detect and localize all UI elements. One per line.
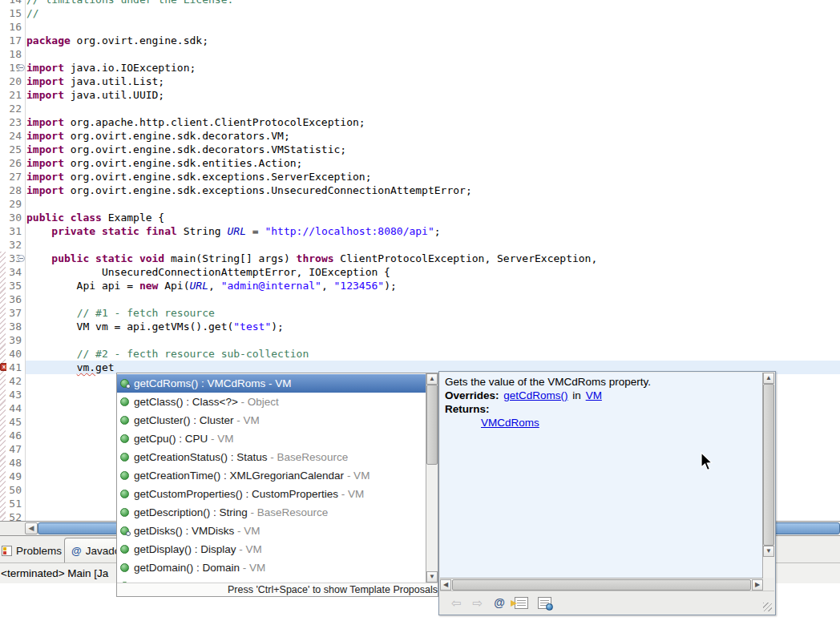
fold-collapse-icon[interactable] bbox=[18, 255, 25, 262]
method-signature: getDomain() : Domain bbox=[134, 562, 240, 574]
completion-item[interactable]: getCpu() : CPU - VM bbox=[117, 429, 426, 448]
line-number: 20 bbox=[9, 75, 22, 88]
declaring-type: - Object bbox=[238, 396, 279, 408]
public-method-icon bbox=[120, 434, 129, 443]
javadoc-content: Gets the value of the VMCdRoms property.… bbox=[440, 373, 762, 578]
scrollbar-thumb[interactable] bbox=[452, 579, 751, 591]
code-line[interactable]: // bbox=[26, 6, 39, 20]
line-number: 44 bbox=[9, 401, 22, 415]
line-number: 39 bbox=[9, 333, 22, 347]
completion-item[interactable]: getCustomProperties() : CustomProperties… bbox=[117, 485, 426, 503]
open-in-browser-button[interactable] bbox=[538, 597, 551, 609]
scrollbar-thumb[interactable] bbox=[763, 384, 774, 546]
completion-list[interactable]: getCdRoms() : VMCdRoms - VMgetClass() : … bbox=[117, 373, 426, 583]
fold-collapse-icon[interactable] bbox=[18, 64, 25, 71]
javadoc-hover-panel: Gets the value of the VMCdRoms property.… bbox=[438, 371, 776, 615]
scroll-down-button[interactable]: ▼ bbox=[426, 571, 438, 583]
code-line[interactable]: import org.ovirt.engine.sdk.entities.Act… bbox=[26, 156, 302, 170]
line-number: 22 bbox=[9, 102, 22, 115]
code-line[interactable]: // #2 - fecth resource sub-collection bbox=[26, 347, 309, 361]
code-line[interactable]: VM vm = api.getVMs().get("test"); bbox=[26, 320, 284, 333]
completion-item[interactable]: getDescription() : String - BaseResource bbox=[117, 503, 426, 522]
code-line[interactable]: UnsecuredConnectionAttemptError, IOExcep… bbox=[26, 265, 390, 279]
returns-label: Returns: bbox=[445, 403, 490, 415]
method-decorator-badge bbox=[126, 531, 131, 536]
line-number: 24 bbox=[9, 129, 22, 143]
scroll-up-button[interactable]: ▲ bbox=[763, 373, 774, 384]
code-line[interactable]: import org.ovirt.engine.sdk.decorators.V… bbox=[26, 129, 290, 143]
editor-marker-bar: x bbox=[0, 0, 6, 521]
line-number: 42 bbox=[9, 374, 22, 388]
forward-button[interactable]: ⇨ bbox=[473, 597, 483, 609]
javadoc-returns-line: Returns: bbox=[445, 402, 757, 416]
method-signature: getCreationTime() : XMLGregorianCalendar bbox=[134, 470, 344, 482]
method-signature: getClass() : Class<?> bbox=[134, 396, 238, 408]
declaring-type: - VM bbox=[236, 543, 262, 555]
completion-item[interactable]: getCreationStatus() : Status - BaseResou… bbox=[117, 448, 426, 466]
completion-item[interactable]: getCdRoms() : VMCdRoms - VM bbox=[117, 374, 426, 393]
code-line[interactable]: import java.util.UUID; bbox=[26, 88, 164, 102]
declaring-type: - VM bbox=[265, 377, 291, 389]
completion-scrollbar[interactable]: ▲ ▼ bbox=[426, 373, 438, 583]
mouse-cursor bbox=[701, 452, 714, 473]
scroll-right-button[interactable]: ▶ bbox=[752, 579, 763, 591]
completion-item[interactable]: getCluster() : Cluster - VM bbox=[117, 411, 426, 429]
content-assist-popup: getCdRoms() : VMCdRoms - VMgetClass() : … bbox=[116, 373, 438, 597]
code-line[interactable]: import org.ovirt.engine.sdk.exceptions.S… bbox=[26, 170, 371, 183]
javadoc-vertical-scrollbar[interactable]: ▲ ▼ bbox=[762, 373, 774, 578]
scroll-left-button[interactable]: ◀ bbox=[25, 522, 38, 534]
code-line[interactable]: package org.ovirt.engine.sdk; bbox=[26, 34, 208, 47]
code-line[interactable]: import org.ovirt.engine.sdk.exceptions.U… bbox=[26, 183, 472, 197]
method-signature: getCreationStatus() : Status bbox=[134, 451, 268, 463]
code-line[interactable]: public class Example { bbox=[26, 211, 164, 224]
overrides-method-link[interactable]: getCdRoms() bbox=[503, 389, 567, 401]
completion-item[interactable]: getDomain() : Domain - VM bbox=[117, 558, 426, 577]
line-number: 34 bbox=[9, 265, 22, 279]
public-method-icon bbox=[120, 397, 129, 406]
declaring-type: - VM bbox=[234, 525, 260, 537]
javadoc-horizontal-scrollbar[interactable]: ◀ ▶ bbox=[440, 578, 763, 591]
show-attached-javadoc-button[interactable]: @ bbox=[494, 596, 505, 609]
code-line[interactable]: import java.io.IOException; bbox=[26, 61, 196, 75]
code-line[interactable]: import org.ovirt.engine.sdk.decorators.V… bbox=[26, 143, 346, 156]
javadoc-summary: Gets the value of the VMCdRoms property. bbox=[445, 375, 757, 389]
declaring-type: - VM bbox=[240, 562, 265, 574]
line-number: 15 bbox=[9, 6, 22, 20]
method-decorator-badge bbox=[126, 384, 131, 389]
code-line[interactable]: vm.get bbox=[26, 361, 115, 374]
tab-problems[interactable]: Problems bbox=[0, 539, 68, 562]
code-line[interactable]: private static final String URL = "http:… bbox=[26, 224, 441, 238]
scroll-up-button[interactable]: ▲ bbox=[426, 373, 438, 385]
resize-grip[interactable] bbox=[763, 603, 772, 611]
line-number: 31 bbox=[9, 224, 22, 238]
completion-item[interactable]: getDisplay() : Display - VM bbox=[117, 540, 426, 558]
scrollbar-thumb[interactable] bbox=[426, 385, 438, 465]
declaring-type: - VM bbox=[344, 470, 370, 482]
code-line[interactable]: public static void main(String[] args) t… bbox=[26, 252, 597, 265]
code-line[interactable]: import org.apache.http.client.ClientProt… bbox=[26, 115, 365, 129]
show-in-javadoc-view-button[interactable] bbox=[515, 597, 528, 609]
line-number: 38 bbox=[9, 320, 22, 333]
scroll-down-button[interactable]: ▼ bbox=[763, 546, 774, 557]
code-line[interactable]: import java.util.List; bbox=[26, 75, 164, 88]
eclipse-editor-screen: x 14151617181920212223242526272829303132… bbox=[0, 0, 840, 633]
method-signature: getCustomProperties() : CustomProperties bbox=[134, 488, 338, 500]
scroll-left-button[interactable]: ◀ bbox=[440, 579, 451, 591]
completion-item[interactable]: getClass() : Class<?> - Object bbox=[117, 393, 426, 411]
line-number: 18 bbox=[9, 47, 22, 61]
public-method-icon bbox=[120, 453, 129, 462]
returns-type-link[interactable]: VMCdRoms bbox=[481, 417, 539, 429]
code-line[interactable]: // limitations under the License. bbox=[26, 0, 233, 6]
method-signature: getCpu() : CPU bbox=[134, 433, 208, 445]
range-indicator bbox=[0, 252, 6, 521]
back-button[interactable]: ⇦ bbox=[451, 597, 462, 609]
public-method-icon bbox=[120, 490, 129, 498]
overrides-class-link[interactable]: VM bbox=[586, 389, 602, 401]
code-line[interactable]: Api api = new Api(URL, "admin@internal",… bbox=[26, 279, 397, 292]
completion-item[interactable]: getDisks() : VMDisks - VM bbox=[117, 522, 426, 540]
line-number: 35 bbox=[9, 279, 22, 292]
line-number: 45 bbox=[9, 415, 22, 429]
completion-item[interactable]: getFloppies() : Floppies - VM bbox=[117, 577, 426, 583]
code-line[interactable]: // #1 - fetch resource bbox=[26, 306, 215, 320]
completion-item[interactable]: getCreationTime() : XMLGregorianCalendar… bbox=[117, 466, 426, 485]
